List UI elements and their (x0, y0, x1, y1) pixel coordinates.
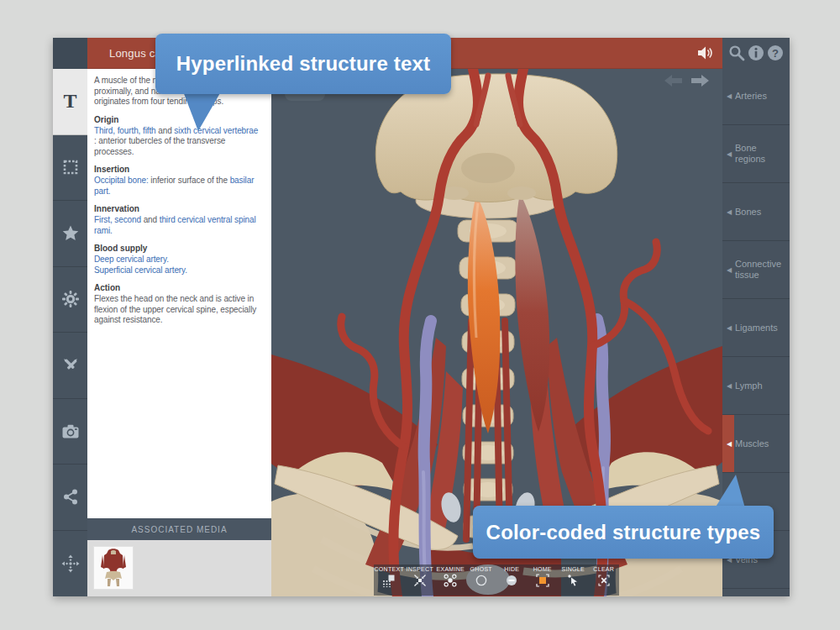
section-text: and (141, 215, 160, 224)
examine-icon (444, 574, 457, 587)
type-arteries[interactable]: ◀Arteries (722, 67, 790, 125)
camera-icon (62, 424, 79, 438)
type-muscles[interactable]: ◀Muscles (722, 415, 790, 473)
tab-edit-tools[interactable] (53, 333, 87, 399)
move-pan-icon (61, 554, 80, 573)
forward-arrow-icon[interactable] (690, 74, 709, 87)
tab-snapshot[interactable] (53, 399, 87, 465)
section-body: Occipital bone: inferior surface of the … (94, 176, 266, 197)
callout-hyperlinked-text-label: Hyperlinked structure text (176, 52, 431, 76)
tab-settings[interactable] (53, 267, 87, 333)
tab-move[interactable] (53, 531, 87, 597)
settings-gear-icon (62, 291, 79, 307)
svg-text:?: ? (772, 46, 779, 59)
back-arrow-icon[interactable] (664, 74, 683, 87)
clear-x-icon (597, 574, 611, 587)
viewer-toolbar: CONTEXT INSPECT EXAMINE (374, 564, 619, 596)
collapse-arrow-icon: ◀ (727, 208, 735, 216)
type-bones[interactable]: ◀Bones (722, 183, 790, 241)
collapse-arrow-icon: ◀ (727, 150, 735, 158)
section-insertion: InsertionOccipital bone: inferior surfac… (94, 165, 266, 197)
audio-pronounce-icon[interactable] (697, 45, 714, 60)
tab-share[interactable] (53, 465, 87, 531)
toolbar-ghost-button[interactable]: GHOST (466, 564, 497, 596)
info-icon[interactable] (748, 45, 764, 61)
left-toolbar: T (53, 69, 87, 596)
associated-media-header[interactable]: ASSOCIATED MEDIA (87, 518, 271, 540)
section-blood-supply: Blood supplyDeep cervical artery.Superfi… (94, 244, 266, 276)
media-thumbnail[interactable] (93, 546, 134, 590)
edit-tools-icon (62, 357, 79, 374)
structure-sections: OriginThird, fourth, fifth and sixth cer… (94, 115, 266, 326)
collapse-arrow-icon: ◀ (727, 266, 735, 274)
titlebar-corner (53, 38, 87, 69)
collapse-arrow-icon: ◀ (727, 92, 735, 100)
context-grid-icon (382, 574, 396, 587)
sidebar-header: ? (722, 38, 790, 67)
associated-media-strip (87, 540, 271, 596)
callout-tail-down (172, 92, 224, 134)
single-select-icon (566, 574, 580, 587)
inspect-icon (413, 574, 427, 587)
section-body: Deep cervical artery.Superficial cervica… (94, 255, 266, 276)
collapse-arrow-icon: ◀ (727, 324, 735, 332)
tab-text-info[interactable]: T (53, 69, 87, 135)
structure-hyperlink[interactable]: First, second (94, 215, 141, 224)
associated-media-label: ASSOCIATED MEDIA (131, 525, 227, 534)
toolbar-hide-button[interactable]: HIDE (496, 564, 528, 596)
structure-hyperlink[interactable]: Deep cervical artery. (94, 255, 169, 264)
help-icon[interactable]: ? (767, 45, 784, 61)
collapse-arrow-icon: ◀ (727, 382, 735, 390)
callout-hyperlinked-text: Hyperlinked structure text (155, 34, 451, 94)
toolbar-context-button[interactable]: CONTEXT (374, 564, 405, 596)
callout-tail-up (711, 473, 750, 508)
callout-color-coded-label: Color-coded structure types (486, 521, 761, 544)
search-icon[interactable] (728, 45, 745, 61)
type-lymph[interactable]: ◀Lymph (722, 357, 790, 415)
muscle-figure-thumbnail-image (94, 547, 133, 589)
share-icon (63, 489, 78, 505)
type-ligaments[interactable]: ◀Ligaments (722, 299, 790, 357)
favorites-star-icon (62, 225, 79, 241)
section-body: First, second and third cervical ventral… (94, 215, 266, 236)
section-text: : anterior tubercles of the transverse p… (94, 136, 225, 156)
structure-info-panel: A muscle of the neck. It is broad and th… (87, 69, 271, 518)
section-body: Flexes the head on the neck and is activ… (94, 294, 266, 326)
toolbar-inspect-button[interactable]: INSPECT (405, 564, 436, 596)
structure-hyperlink[interactable]: Superficial cervical artery. (94, 265, 187, 275)
section-heading: Action (94, 283, 266, 293)
type-connective-tissue[interactable]: ◀Connective tissue (722, 241, 790, 299)
structure-hyperlink[interactable]: Occipital bone: (94, 176, 149, 185)
callout-color-coded: Color-coded structure types (473, 506, 774, 559)
collapse-arrow-icon: ◀ (727, 440, 735, 448)
section-text: Flexes the head on the neck and is activ… (94, 294, 256, 324)
text-info-icon: T (63, 90, 76, 113)
history-nav (664, 74, 709, 87)
toolbar-examine-button[interactable]: EXAMINE (435, 564, 466, 596)
hide-minus-icon (505, 574, 518, 587)
toolbar-single-button[interactable]: SINGLE (558, 564, 589, 596)
home-selection-icon (536, 574, 549, 587)
tab-favorites[interactable] (53, 201, 87, 267)
section-heading: Innervation (94, 204, 266, 214)
toolbar-clear-button[interactable]: CLEAR (589, 564, 620, 596)
ghost-circle-icon (475, 574, 488, 587)
tab-frame[interactable] (53, 135, 87, 202)
section-action: ActionFlexes the head on the neck and is… (94, 283, 266, 326)
section-heading: Insertion (94, 165, 266, 175)
section-heading: Blood supply (94, 244, 266, 254)
structure-hyperlink[interactable]: Third, fourth, fifth (94, 126, 156, 135)
section-innervation: InnervationFirst, second and third cervi… (94, 204, 266, 236)
section-text: inferior surface of the (149, 176, 230, 185)
frame-icon (63, 160, 78, 175)
toolbar-home-button[interactable]: HOME (528, 564, 559, 596)
type-bone-regions[interactable]: ◀Bone regions (722, 125, 790, 183)
